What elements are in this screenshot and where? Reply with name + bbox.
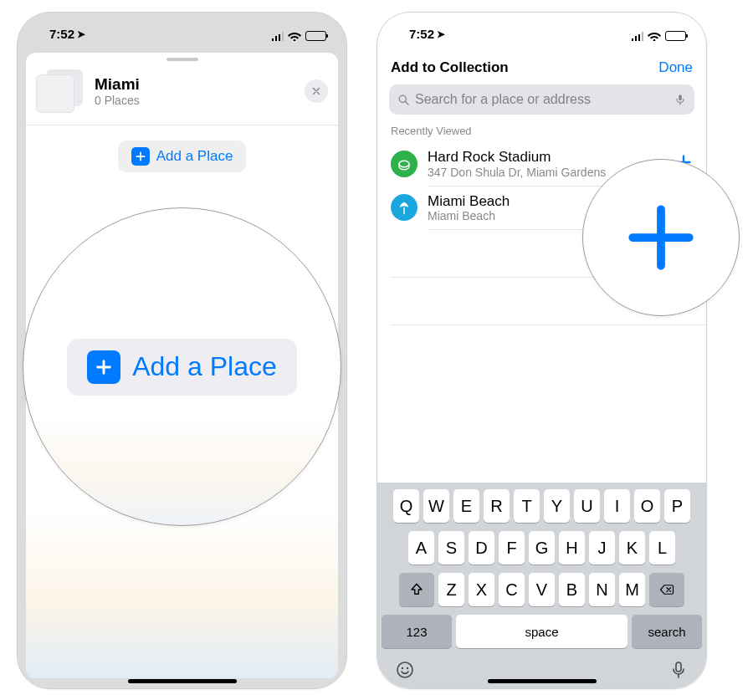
plus-square-icon bbox=[87, 350, 120, 384]
add-place-button-zoomed[interactable]: Add a Place bbox=[67, 339, 297, 396]
status-icons bbox=[272, 31, 327, 41]
section-recently-viewed: Recently Viewed bbox=[377, 121, 706, 142]
search-row bbox=[377, 84, 706, 121]
key-g[interactable]: G bbox=[529, 531, 555, 565]
key-y[interactable]: Y bbox=[544, 489, 570, 523]
close-button[interactable] bbox=[305, 79, 328, 103]
key-q[interactable]: Q bbox=[393, 489, 419, 523]
wifi-icon bbox=[288, 31, 301, 41]
key-t[interactable]: T bbox=[514, 489, 540, 523]
key-f[interactable]: F bbox=[499, 531, 525, 565]
cellular-signal-icon bbox=[632, 32, 644, 41]
svg-point-4 bbox=[402, 667, 403, 669]
dictate-button[interactable] bbox=[668, 660, 689, 683]
svg-point-5 bbox=[407, 667, 408, 669]
key-delete[interactable] bbox=[649, 573, 684, 606]
key-m[interactable]: M bbox=[619, 573, 645, 606]
emoji-button[interactable] bbox=[395, 660, 415, 683]
location-arrow-icon: ➤ bbox=[77, 28, 85, 40]
wifi-icon bbox=[648, 31, 661, 41]
search-field[interactable] bbox=[389, 84, 694, 115]
key-k[interactable]: K bbox=[619, 531, 645, 565]
status-time-text: 7:52 bbox=[49, 27, 74, 41]
collection-titles: Miami 0 Places bbox=[95, 75, 305, 108]
magnifier-add-place: Add a Place bbox=[23, 207, 341, 526]
home-indicator[interactable] bbox=[488, 679, 597, 683]
status-icons bbox=[632, 31, 687, 41]
key-b[interactable]: B bbox=[559, 573, 585, 606]
emoji-icon bbox=[395, 660, 415, 680]
phone-right: 7:52 ➤ Add to Collection Done Recently V… bbox=[376, 12, 707, 689]
keyboard: Q W E R T Y U I O P A S D F G H J K L Z bbox=[377, 483, 706, 688]
shift-icon bbox=[409, 582, 424, 597]
add-place-button[interactable]: Add a Place bbox=[118, 141, 247, 172]
dictate-icon[interactable] bbox=[674, 94, 686, 105]
key-o[interactable]: O bbox=[634, 489, 660, 523]
key-space[interactable]: space bbox=[456, 615, 628, 648]
plus-icon bbox=[623, 200, 699, 275]
key-w[interactable]: W bbox=[423, 489, 449, 523]
collection-title: Miami bbox=[95, 75, 305, 95]
collection-subtitle: 0 Places bbox=[95, 94, 305, 107]
key-u[interactable]: U bbox=[574, 489, 600, 523]
battery-icon bbox=[305, 31, 326, 41]
add-place-label: Add a Place bbox=[156, 148, 233, 165]
key-return[interactable]: search bbox=[632, 615, 702, 648]
cellular-signal-icon bbox=[272, 32, 284, 41]
delete-icon bbox=[659, 582, 674, 597]
drag-grabber-icon[interactable] bbox=[166, 58, 198, 61]
collection-header: Miami 0 Places bbox=[26, 64, 338, 125]
key-v[interactable]: V bbox=[529, 573, 555, 606]
status-bar: 7:52 ➤ bbox=[18, 13, 346, 44]
status-bar: 7:52 ➤ bbox=[377, 13, 706, 44]
battery-icon bbox=[665, 31, 686, 41]
key-a[interactable]: A bbox=[408, 531, 434, 565]
microphone-icon bbox=[668, 660, 689, 680]
stadium-icon bbox=[391, 151, 417, 177]
svg-rect-1 bbox=[679, 95, 682, 100]
location-arrow-icon: ➤ bbox=[437, 28, 445, 40]
keyboard-row-4: 123 space search bbox=[382, 615, 702, 648]
key-j[interactable]: J bbox=[589, 531, 615, 565]
magnifier-plus bbox=[582, 159, 740, 316]
screen-title: Add to Collection bbox=[391, 59, 509, 76]
key-s[interactable]: S bbox=[438, 531, 464, 565]
search-icon bbox=[397, 94, 410, 106]
background-gradient bbox=[26, 511, 338, 678]
beach-icon bbox=[391, 194, 417, 221]
key-l[interactable]: L bbox=[649, 531, 675, 565]
plus-square-icon bbox=[131, 147, 150, 166]
keyboard-row-1: Q W E R T Y U I O P bbox=[382, 489, 702, 523]
key-i[interactable]: I bbox=[604, 489, 630, 523]
search-input[interactable] bbox=[415, 92, 669, 107]
key-numbers[interactable]: 123 bbox=[382, 615, 452, 648]
key-e[interactable]: E bbox=[453, 489, 479, 523]
key-r[interactable]: R bbox=[484, 489, 510, 523]
key-d[interactable]: D bbox=[469, 531, 494, 565]
keyboard-row-3: Z X C V B N M bbox=[382, 573, 702, 606]
close-icon bbox=[311, 86, 321, 96]
key-x[interactable]: X bbox=[469, 573, 494, 606]
key-n[interactable]: N bbox=[589, 573, 615, 606]
key-shift[interactable] bbox=[399, 573, 434, 606]
home-indicator[interactable] bbox=[128, 679, 237, 683]
status-time: 7:52 ➤ bbox=[409, 27, 445, 41]
add-to-collection-header: Add to Collection Done bbox=[377, 44, 706, 84]
status-time-text: 7:52 bbox=[409, 27, 434, 41]
done-button[interactable]: Done bbox=[658, 59, 693, 76]
add-place-label-zoomed: Add a Place bbox=[132, 351, 277, 382]
keyboard-row-2: A S D F G H J K L bbox=[382, 531, 702, 565]
collection-thumbnail bbox=[36, 69, 83, 113]
key-h[interactable]: H bbox=[559, 531, 585, 565]
place-title: Hard Rock Stadium bbox=[428, 149, 664, 166]
status-time: 7:52 ➤ bbox=[49, 27, 85, 41]
svg-rect-6 bbox=[676, 662, 681, 672]
svg-point-3 bbox=[397, 662, 412, 677]
key-p[interactable]: P bbox=[664, 489, 690, 523]
svg-point-2 bbox=[399, 161, 409, 167]
key-z[interactable]: Z bbox=[438, 573, 464, 606]
key-c[interactable]: C bbox=[499, 573, 525, 606]
